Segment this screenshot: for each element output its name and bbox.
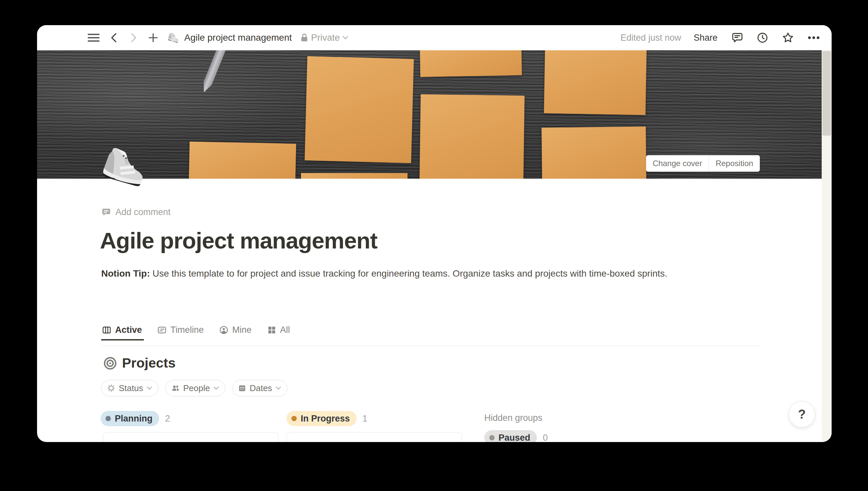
target-icon [103, 356, 117, 370]
filter-label: Dates [250, 383, 272, 394]
board-icon [102, 325, 112, 335]
page-title[interactable]: Agile project management [100, 228, 378, 254]
lock-icon [300, 33, 308, 42]
section-title[interactable]: Projects [122, 355, 176, 371]
group-pill: In Progress [287, 411, 357, 426]
tab-label: Timeline [170, 325, 204, 335]
group-label: Paused [499, 433, 530, 442]
history-icon[interactable] [756, 32, 769, 44]
scrollbar-thumb[interactable] [822, 51, 831, 136]
timeline-icon [157, 325, 167, 335]
group-label: Planning [115, 413, 152, 424]
tab-label: Mine [232, 325, 252, 335]
help-button[interactable]: ? [788, 401, 815, 428]
chevron-down-icon [342, 36, 348, 40]
tab-timeline[interactable]: Timeline [156, 325, 206, 341]
status-dot [106, 416, 111, 421]
sticky-note [305, 56, 414, 163]
privacy-dropdown[interactable]: Private [300, 32, 348, 43]
tab-all[interactable]: All [266, 325, 292, 341]
filter-bar: Status People Dates [101, 380, 288, 396]
sticky-note [189, 142, 296, 179]
sticky-note [541, 126, 647, 179]
chevron-down-icon [147, 386, 152, 390]
favorite-star-icon[interactable] [782, 31, 794, 44]
edited-status: Edited just now [621, 33, 681, 43]
filter-people[interactable]: People [166, 380, 225, 396]
forward-icon[interactable] [129, 32, 138, 43]
filter-dates[interactable]: Dates [232, 380, 288, 396]
breadcrumb-page-title[interactable]: Agile project management [184, 32, 292, 43]
toolbar-left: Agile project management Private [88, 32, 348, 44]
sticky-note [301, 173, 408, 179]
cover-pen [200, 50, 227, 94]
group-count: 1 [363, 413, 367, 424]
comment-bubble-icon [101, 207, 111, 218]
divider [101, 346, 761, 346]
tab-label: All [280, 325, 290, 335]
filter-label: People [183, 383, 210, 394]
group-pill: Paused [484, 430, 537, 442]
project-card[interactable] [287, 432, 462, 442]
status-spinner-icon [107, 384, 115, 393]
tip-text: Use this template to for project and iss… [150, 268, 667, 279]
page-icon-sneaker[interactable] [99, 148, 150, 198]
status-dot [489, 435, 495, 440]
scrollbar-track[interactable] [822, 50, 832, 442]
toolbar: Agile project management Private Edited … [37, 25, 832, 50]
new-page-icon[interactable] [148, 32, 158, 43]
projects-section-header: Projects [103, 355, 176, 371]
page-emoji-sneaker-icon [167, 32, 180, 44]
filter-label: Status [119, 383, 143, 394]
chevron-down-icon [275, 386, 281, 390]
filter-status[interactable]: Status [101, 380, 158, 396]
tab-mine[interactable]: Mine [218, 325, 254, 341]
group-planning[interactable]: Planning 2 [100, 411, 170, 426]
status-dot [292, 416, 297, 421]
tab-active[interactable]: Active [101, 325, 144, 341]
view-tabs: Active Timeline Mine All [101, 325, 292, 341]
sidebar-menu-icon[interactable] [88, 33, 99, 42]
chevron-down-icon [213, 386, 219, 390]
sticky-note [544, 50, 647, 115]
person-circle-icon [219, 325, 229, 335]
more-options-icon[interactable] [807, 36, 820, 40]
grid-icon [267, 325, 276, 335]
tip-label: Notion Tip: [101, 268, 150, 279]
group-paused[interactable]: Paused 0 [484, 430, 548, 442]
add-comment-button[interactable]: Add comment [101, 207, 171, 218]
tab-label: Active [115, 325, 142, 335]
notion-window: Agile project management Private Edited … [37, 25, 832, 442]
page-description[interactable]: Notion Tip: Use this template to for pro… [101, 265, 733, 282]
cover-buttons: Change cover Reposition [646, 155, 760, 172]
reposition-button[interactable]: Reposition [709, 155, 759, 172]
sticky-note [420, 50, 522, 77]
group-count: 2 [165, 413, 170, 424]
project-card[interactable] [103, 432, 278, 442]
back-icon[interactable] [110, 32, 118, 43]
share-button[interactable]: Share [694, 33, 717, 43]
toolbar-right: Edited just now Share [621, 31, 820, 44]
hidden-groups-label: Hidden groups [484, 413, 542, 423]
cover-image[interactable]: Change cover Reposition [37, 50, 822, 179]
sticky-note [419, 94, 525, 179]
calendar-icon [238, 384, 246, 393]
people-icon [171, 384, 180, 393]
group-label: In Progress [301, 413, 350, 424]
group-count: 0 [543, 433, 548, 442]
group-pill: Planning [100, 411, 159, 426]
change-cover-button[interactable]: Change cover [646, 155, 709, 172]
comments-icon[interactable] [731, 32, 743, 44]
group-in-progress[interactable]: In Progress 1 [287, 411, 367, 426]
